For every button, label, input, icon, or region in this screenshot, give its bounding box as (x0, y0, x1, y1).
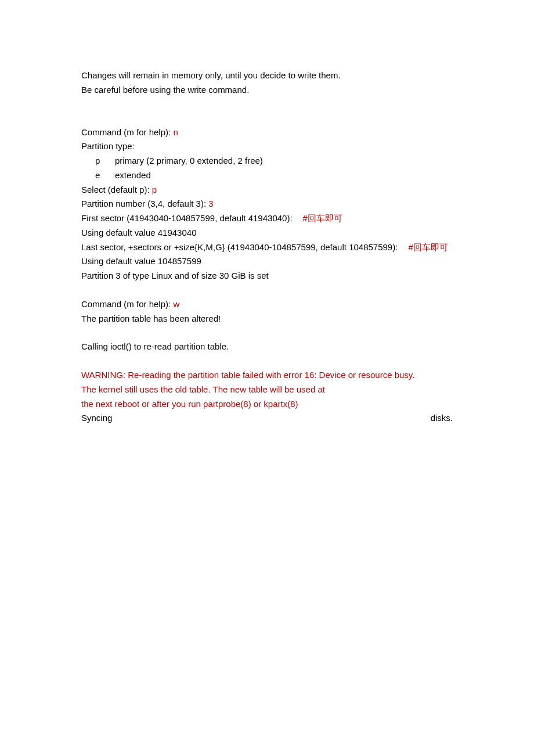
prompt-text: Command (m for help): (81, 127, 173, 137)
intro-line-1: Changes will remain in memory only, unti… (81, 69, 453, 83)
command-line-2: Command (m for help): w (81, 297, 453, 312)
first-sector-note: #回车即可 (303, 213, 342, 223)
partnum-prompt: Partition number (3,4, default 3): (81, 199, 208, 208)
ioctl-paragraph: Calling ioctl() to re-read partition tab… (81, 340, 453, 354)
partition-type-primary: pprimary (2 primary, 0 extended, 2 free) (81, 154, 453, 168)
user-input-n: n (173, 127, 178, 137)
partition-set-line: Partition 3 of type Linux and of size 30… (81, 269, 453, 283)
user-input-3: 3 (208, 199, 213, 208)
partition-number-line: Partition number (3,4, default 3): 3 (81, 197, 453, 211)
warning-line-2: The kernel still uses the old table. The… (81, 383, 453, 397)
select-prompt: Select (default p): (81, 185, 152, 195)
syncing-word: Syncing (81, 413, 112, 423)
ptype-desc-primary: primary (2 primary, 0 extended, 2 free) (115, 156, 263, 165)
syncing-line: Syncing disks. (81, 411, 453, 426)
last-sector-note: #回车即可 (408, 242, 448, 252)
first-sector-prompt: First sector (41943040-104857599, defaul… (81, 213, 293, 223)
partition-type-extended: eextended (81, 168, 453, 183)
document-page: Changes will remain in memory only, unti… (0, 0, 534, 756)
ptype-letter-e: e (95, 168, 108, 183)
last-sector-line: Last sector, +sectors or +size{K,M,G} (4… (81, 240, 453, 255)
select-line: Select (default p): p (81, 183, 453, 197)
using-default-1: Using default value 41943040 (81, 226, 453, 240)
ptype-desc-extended: extended (115, 170, 151, 180)
prompt-text-2: Command (m for help): (81, 299, 173, 309)
first-sector-line: First sector (41943040-104857599, defaul… (81, 211, 453, 226)
write-paragraph: Command (m for help): w The partition ta… (81, 297, 453, 326)
user-input-p: p (152, 185, 157, 195)
last-sector-prompt: Last sector, +sectors or +size{K,M,G} (4… (81, 242, 398, 252)
altered-line: The partition table has been altered! (81, 312, 453, 326)
using-default-2: Using default value 104857599 (81, 254, 453, 269)
warning-paragraph: WARNING: Re-reading the partition table … (81, 368, 453, 426)
intro-paragraph: Changes will remain in memory only, unti… (81, 69, 453, 98)
ioctl-line: Calling ioctl() to re-read partition tab… (81, 340, 453, 354)
ptype-letter-p: p (95, 154, 108, 168)
user-input-w: w (173, 299, 179, 309)
content-area: Changes will remain in memory only, unti… (81, 69, 453, 426)
partition-type-header: Partition type: (81, 139, 453, 154)
intro-line-2: Be careful before using the write comman… (81, 83, 453, 98)
command-line-1: Command (m for help): n (81, 125, 453, 140)
spacer (81, 111, 453, 125)
warning-line-3: the next reboot or after you run partpro… (81, 397, 453, 412)
fdisk-session: Command (m for help): n Partition type: … (81, 125, 453, 283)
warning-line-1: WARNING: Re-reading the partition table … (81, 368, 453, 383)
disks-word: disks. (431, 413, 453, 423)
